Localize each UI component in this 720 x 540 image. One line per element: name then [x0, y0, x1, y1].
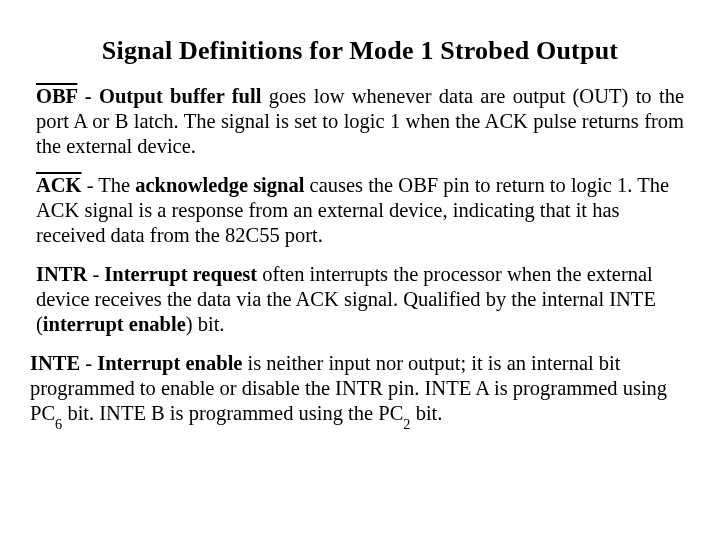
- signal-name-inte: INTE: [30, 352, 80, 374]
- subscript-pc6: 6: [55, 416, 62, 432]
- definition-intr: INTR - Interrupt request often interrupt…: [36, 262, 684, 337]
- page-title: Signal Definitions for Mode 1 Strobed Ou…: [36, 36, 684, 66]
- term-name-intr: Interrupt request: [104, 263, 257, 285]
- term-separator: - The: [82, 174, 136, 196]
- term-separator: -: [87, 263, 104, 285]
- term-separator: -: [77, 85, 99, 107]
- document-page: Signal Definitions for Mode 1 Strobed Ou…: [0, 0, 720, 476]
- definition-text-inte-3: bit.: [411, 402, 443, 424]
- paren-term-intr: interrupt enable: [43, 313, 186, 335]
- term-separator: -: [80, 352, 97, 374]
- signal-name-intr: INTR: [36, 263, 87, 285]
- definitions-list: OBF - Output buffer full goes low whenev…: [36, 84, 684, 426]
- subscript-pc2: 2: [403, 416, 410, 432]
- definition-text-intr-2: ) bit.: [186, 313, 225, 335]
- definition-inte: INTE - Interrupt enable is neither input…: [30, 351, 684, 426]
- term-name-ack: acknowledge signal: [135, 174, 304, 196]
- signal-name-obf: OBF: [36, 85, 77, 107]
- signal-name-ack: ACK: [36, 174, 82, 196]
- term-name-obf: Output buffer full: [99, 85, 261, 107]
- definition-obf: OBF - Output buffer full goes low whenev…: [36, 84, 684, 159]
- definition-text-inte-2: bit. INTE B is programmed using the PC: [62, 402, 403, 424]
- term-name-inte: Interrupt enable: [97, 352, 242, 374]
- definition-ack: ACK - The acknowledge signal causes the …: [36, 173, 684, 248]
